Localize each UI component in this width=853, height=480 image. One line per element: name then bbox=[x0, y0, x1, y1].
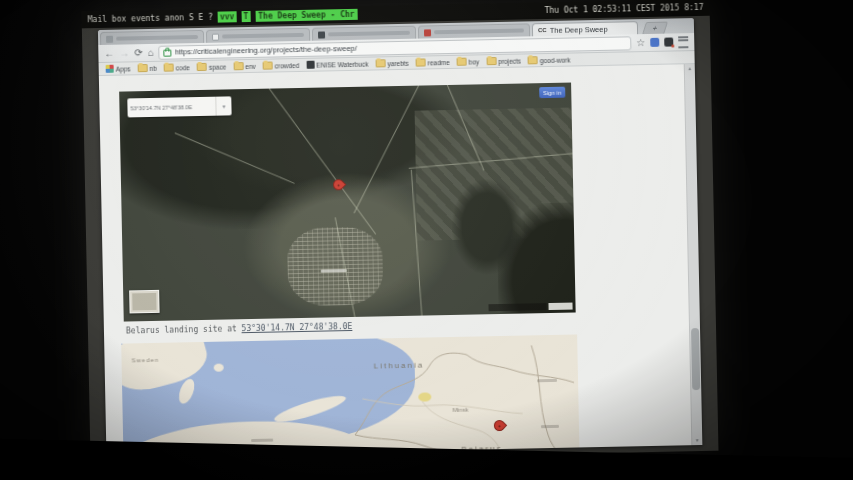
bookmark-label: nb bbox=[149, 64, 156, 71]
attribution-text-smudge bbox=[488, 303, 546, 311]
tab-1-title-smudge bbox=[116, 35, 198, 41]
small-label-smudge bbox=[251, 439, 273, 442]
photo-of-projected-screen: Mail box events anon S E ? vvv T The Dee… bbox=[0, 0, 853, 480]
folder-icon bbox=[375, 59, 385, 67]
bookmark-label: env bbox=[245, 62, 256, 69]
tab-4-favicon-icon bbox=[424, 29, 431, 36]
bookmark-apps[interactable]: Apps bbox=[106, 64, 131, 72]
bookmark-label: readme bbox=[428, 58, 450, 65]
bookmark-space[interactable]: space bbox=[197, 62, 227, 71]
bookmark-projects[interactable]: projects bbox=[486, 57, 521, 66]
scale-bar bbox=[548, 303, 572, 310]
map-view-toggle-thumbnail[interactable] bbox=[129, 290, 159, 314]
https-lock-icon bbox=[164, 50, 172, 57]
tab-2-title-smudge bbox=[222, 33, 304, 39]
extension-badge-icon[interactable] bbox=[664, 37, 673, 46]
tab-1-favicon-icon bbox=[106, 35, 113, 42]
browser-window: CC The Deep Sweep + ← → ⟳ ⌂ https://crit… bbox=[98, 18, 702, 457]
bookmark-label: yarebts bbox=[387, 59, 408, 66]
bookmark-readme[interactable]: readme bbox=[416, 58, 450, 67]
bookmark-label: crowded bbox=[275, 61, 300, 68]
active-window-title: The Deep Sweep - Chr bbox=[255, 9, 358, 22]
home-button-icon[interactable]: ⌂ bbox=[148, 47, 154, 57]
minsk-label: Minsk bbox=[453, 407, 469, 413]
village-area bbox=[287, 226, 384, 306]
folder-icon bbox=[137, 64, 147, 72]
tab-active-label: The Deep Sweep bbox=[550, 24, 608, 34]
folder-icon bbox=[263, 62, 273, 70]
chrome-menu-icon[interactable] bbox=[678, 36, 688, 48]
bookmark-label: code bbox=[176, 64, 190, 71]
tab-3-title-smudge bbox=[328, 31, 410, 37]
bookmark-label: Apps bbox=[116, 65, 131, 72]
site-favicon-icon bbox=[306, 61, 314, 69]
map-caption: Belarus landing site at 53°30'14.7N 27°4… bbox=[126, 322, 353, 336]
projector-screen: Mail box events anon S E ? vvv T The Dee… bbox=[82, 0, 719, 463]
map-search-input[interactable]: 53°30'14.7N 27°48'38.0E bbox=[127, 103, 215, 111]
folder-icon bbox=[457, 58, 467, 66]
folder-icon bbox=[233, 62, 243, 70]
bookmark-crowded[interactable]: crowded bbox=[263, 61, 300, 70]
tab-4-title-smudge bbox=[434, 28, 524, 34]
url-text: https://criticalengineering.org/projects… bbox=[175, 44, 357, 57]
satellite-map[interactable]: 53°30'14.7N 27°48'38.0E ▾ Sign in bbox=[119, 83, 576, 322]
search-dropdown-icon[interactable]: ▾ bbox=[215, 96, 231, 115]
statusbar-clock: Thu Oct 1 02:53:11 CEST 2015 bbox=[544, 3, 679, 15]
lithuania-label: Lithuania bbox=[374, 361, 425, 371]
small-label-smudge bbox=[541, 425, 559, 428]
coordinates-link[interactable]: 53°30'14.7N 27°48'38.0E bbox=[241, 322, 352, 333]
apps-grid-icon bbox=[106, 65, 114, 73]
village-label-smudge bbox=[321, 269, 347, 273]
bookmark-label: space bbox=[209, 63, 226, 70]
bookmark-boy[interactable]: boy bbox=[457, 57, 480, 65]
page-content: 53°30'14.7N 27°48'38.0E ▾ Sign in Belaru… bbox=[99, 64, 703, 457]
forward-button-icon[interactable]: → bbox=[119, 48, 129, 58]
folder-icon bbox=[197, 63, 207, 71]
bookmark-label: boy bbox=[469, 58, 480, 65]
workspace-list: Mail box events anon S E ? bbox=[88, 13, 213, 25]
bookmark-label: ENISE Waterbuck bbox=[316, 60, 368, 68]
sweden-label: Sweden bbox=[131, 357, 159, 364]
statusbar-spacer bbox=[362, 11, 539, 15]
scrollbar-thumb[interactable] bbox=[691, 328, 700, 390]
tab-active-favicon: CC bbox=[538, 27, 547, 34]
road-map[interactable]: Sweden Lithuania Belarus Minsk bbox=[121, 334, 580, 456]
small-label-smudge bbox=[537, 379, 557, 382]
scroll-down-icon[interactable]: ▼ bbox=[692, 436, 702, 445]
borders-and-roads bbox=[121, 334, 580, 456]
scroll-up-icon[interactable]: ▲ bbox=[685, 64, 695, 73]
bookmark-env[interactable]: env bbox=[233, 62, 256, 70]
back-button-icon[interactable]: ← bbox=[104, 48, 114, 58]
sign-in-button[interactable]: Sign in bbox=[539, 87, 566, 99]
folder-icon bbox=[528, 56, 538, 64]
bookmark-yarebts[interactable]: yarebts bbox=[375, 59, 408, 68]
folder-icon bbox=[486, 57, 496, 65]
reload-button-icon[interactable]: ⟳ bbox=[134, 48, 143, 58]
bookmark-star-icon[interactable]: ☆ bbox=[636, 38, 645, 48]
tab-the-deep-sweep[interactable]: CC The Deep Sweep bbox=[532, 21, 638, 36]
extension-icon[interactable] bbox=[650, 38, 659, 47]
folder-icon bbox=[164, 64, 174, 72]
bookmark-label: projects bbox=[498, 57, 521, 64]
bookmark-label: good-work bbox=[540, 56, 570, 64]
statusbar-extra: 8:17 bbox=[684, 3, 703, 12]
caption-text: Belarus landing site at bbox=[126, 324, 242, 335]
layout-indicator: T bbox=[241, 11, 250, 22]
map-search-box[interactable]: 53°30'14.7N 27°48'38.0E ▾ bbox=[127, 96, 231, 117]
bookmark-good-work[interactable]: good-work bbox=[528, 56, 571, 65]
page-scrollbar[interactable]: ▲ ▼ bbox=[684, 64, 703, 445]
tab-3-favicon-icon bbox=[318, 31, 325, 38]
bookmark-enise-waterbuck[interactable]: ENISE Waterbuck bbox=[306, 60, 368, 69]
tab-2-favicon-icon bbox=[212, 33, 219, 40]
bookmark-nb[interactable]: nb bbox=[137, 64, 156, 72]
workspace-indicator: vvv bbox=[218, 11, 237, 22]
folder-icon bbox=[416, 58, 426, 66]
bookmark-code[interactable]: code bbox=[164, 63, 190, 72]
